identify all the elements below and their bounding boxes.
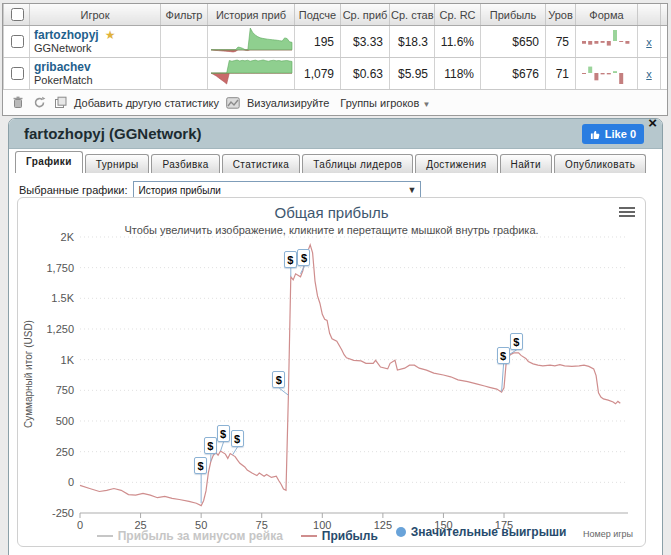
avg-stake-cell: $5.95 [390,58,435,90]
avg-stake-cell: $18.3 [390,26,435,58]
chart-subtitle: Чтобы увеличить изображение, кликните и … [18,224,645,236]
tab-5[interactable]: Таблицы лидеров [302,154,413,173]
row-checkbox[interactable] [11,35,24,48]
level-cell: 71 [546,58,576,90]
refresh-icon[interactable] [32,96,46,110]
row-checkbox[interactable] [11,67,24,80]
chart-plot-area: 2K1,7501.5K1,2501K7505002500-25002550751… [18,198,646,547]
col-header-count[interactable]: Подсче [295,4,341,26]
legend-label: Значительные выигрыши [411,525,567,539]
close-icon[interactable]: × [648,116,657,130]
col-header-player[interactable]: Игрок [30,4,161,26]
add-statistic-link[interactable]: Добавить другую статистику [74,97,219,109]
panel-title: fartozhopyj (GGNetwork) [24,119,202,149]
avg-rc-cell: 11.6% [435,26,481,58]
filter-cell[interactable] [161,26,208,58]
chart-menu-icon[interactable] [619,207,635,219]
col-header-form[interactable]: Форма [576,4,638,26]
avg-profit-cell: $3.33 [341,26,390,58]
chart-legend: Прибыль за минусом рейкаПрибыльЗначитель… [18,525,645,543]
stats-table: Игрок Фильтр История приб Подсче Ср. при… [3,4,667,90]
tab-1[interactable]: Графики [15,151,83,173]
significant-win-flag[interactable]: $ [272,371,285,388]
trash-icon[interactable] [11,96,25,110]
avg-rc-cell: 118% [435,58,481,90]
legend-dot-icon [396,527,406,537]
player-network: PokerMatch [34,74,93,86]
profit-line-series [80,245,620,506]
table-row: gribachev PokerMatch 1,079 $0.63 $5.95 1… [4,58,668,90]
y-tick-label: 500 [56,415,74,427]
tab-3[interactable]: Разбивка [151,154,219,173]
remove-row-link[interactable]: x [646,36,652,48]
profit-chart[interactable]: 2K1,7501.5K1,2501K7505002500-25002550751… [17,197,646,547]
significant-win-flag[interactable]: $ [497,347,510,364]
chevron-down-icon: ▼ [422,100,430,109]
visualize-link[interactable]: Визуализируйте [247,97,329,109]
select-all-checkbox[interactable] [11,8,24,21]
profit-cell: $650 [481,26,546,58]
chart-title: Общая прибыль [18,204,645,221]
player-panel: fartozhopyj (GGNetwork) Like 0 × Графики… [8,118,663,555]
panel-header: fartozhopyj (GGNetwork) Like 0 × [9,119,662,149]
tab-8[interactable]: Опубликовать [554,154,646,173]
player-link[interactable]: gribachev [34,60,91,74]
panel-tabs: ГрафикиТурнирыРазбивкаСтатистикаТаблицы … [15,151,646,173]
x-axis-title: Номер игры [583,529,633,539]
legend-item[interactable]: Прибыль [301,529,378,543]
star-badge-icon: ★ [105,28,116,42]
player-link[interactable]: fartozhopyj [34,28,99,42]
y-axis-title: Суммарный итог (USD) [23,320,34,428]
avg-profit-cell: $0.63 [341,58,390,90]
y-tick-label: 1.5K [51,292,74,304]
col-header-history[interactable]: История приб [208,4,295,26]
legend-line-icon [301,535,317,537]
tab-2[interactable]: Турниры [85,154,150,173]
player-groups-dropdown[interactable]: Группы игроков ▼ [340,97,430,109]
y-tick-label: -250 [52,507,74,519]
legend-label: Прибыль за минусом рейка [118,529,283,543]
significant-win-flag[interactable]: $ [284,251,297,268]
filter-cell[interactable] [161,58,208,90]
level-cell: 75 [546,26,576,58]
profit-history-sparkline[interactable] [209,26,294,54]
chevron-down-icon: ▼ [408,185,417,195]
legend-label: Прибыль [322,529,378,543]
col-header-avg-stake[interactable]: Ср. став [390,4,435,26]
significant-win-flag[interactable]: $ [194,457,207,474]
col-header-filter[interactable]: Фильтр [161,4,208,26]
remove-row-link[interactable]: x [646,68,652,80]
significant-win-flag[interactable]: $ [217,425,230,442]
significant-win-flag[interactable]: $ [231,430,244,447]
stats-table-container: Игрок Фильтр История приб Подсче Ср. при… [2,3,668,116]
significant-win-flag[interactable]: $ [297,249,310,266]
col-header-level[interactable]: Уров [546,4,576,26]
count-cell: 1,079 [295,58,341,90]
col-header-profit[interactable]: Прибыль [481,4,546,26]
y-tick-label: 750 [56,384,74,396]
form-minichart [578,27,636,53]
y-tick-label: 1K [61,354,75,366]
y-tick-label: 0 [68,476,74,488]
tab-7[interactable]: Найти [500,154,553,173]
chart-selector-label: Выбранные графики: [19,184,127,196]
tab-6[interactable]: Достижения [415,154,497,173]
add-statistic-icon[interactable] [53,96,67,110]
significant-win-flag[interactable]: $ [204,437,217,454]
tab-4[interactable]: Статистика [222,154,301,173]
legend-item[interactable]: Прибыль за минусом рейка [97,529,283,543]
col-header-avg-profit[interactable]: Ср. приб [341,4,390,26]
legend-item[interactable]: Значительные выигрыши [396,525,567,539]
y-tick-label: 250 [56,446,74,458]
facebook-like-button[interactable]: Like 0 [582,124,644,144]
count-cell: 195 [295,26,341,58]
col-header-avg-rc[interactable]: Ср. RC [435,4,481,26]
significant-win-flag[interactable]: $ [510,333,523,350]
table-header-row: Игрок Фильтр История приб Подсче Ср. при… [4,4,668,26]
profit-history-sparkline[interactable] [209,58,294,86]
legend-line-icon [97,535,113,537]
table-toolbar: Добавить другую статистику Визуализируйт… [3,90,667,115]
table-row: fartozhopyj★ GGNetwork 195 $3.33 $18.3 1… [4,26,668,58]
visualize-icon[interactable] [226,96,240,110]
player-network: GGNetwork [34,42,91,54]
